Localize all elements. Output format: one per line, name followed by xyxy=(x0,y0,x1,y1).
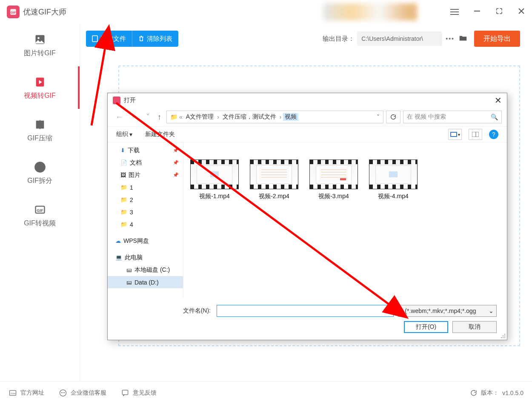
sidebar-item-gif-to-video[interactable]: GIF GIF转视频 xyxy=(0,194,80,236)
wechat-support-label: 企业微信客服 xyxy=(71,389,106,397)
chevron-down-icon[interactable]: ⌄ xyxy=(387,308,391,314)
sidebar-item-video-to-gif[interactable]: 视频转GIF xyxy=(0,66,80,109)
dialog-logo-icon xyxy=(113,97,120,104)
video-thumbnail-icon xyxy=(369,159,418,189)
compress-icon xyxy=(33,118,47,131)
tree-item-folder[interactable]: 📁3 xyxy=(108,206,183,218)
sidebar-item-gif-split[interactable]: GIF拆分 xyxy=(0,151,80,194)
tree-item-c-drive[interactable]: 🖴本地磁盘 (C:) xyxy=(108,264,183,276)
search-icon: 🔍 xyxy=(491,114,498,120)
version-value: v1.0.5.0 xyxy=(502,390,523,396)
nav-back-button[interactable]: ← xyxy=(113,113,126,122)
svg-point-16 xyxy=(60,390,66,396)
svg-text:GIF: GIF xyxy=(37,208,43,212)
organize-dropdown[interactable]: 组织▾ xyxy=(116,131,132,138)
svg-rect-22 xyxy=(472,132,479,137)
svg-point-17 xyxy=(61,392,63,393)
user-info-blur xyxy=(323,3,417,20)
nav-forward-button[interactable]: → xyxy=(128,113,141,122)
dialog-title: 打开 xyxy=(124,97,136,104)
tree-item-folder[interactable]: 📁4 xyxy=(108,218,183,230)
pin-icon: 📌 xyxy=(173,148,179,153)
svg-rect-13 xyxy=(92,36,97,42)
file-name: 视频-4.mp4 xyxy=(378,193,409,200)
sidebar-item-label: 视频转GIF xyxy=(24,91,56,100)
svg-text:GIF: GIF xyxy=(11,11,16,14)
tree-item-folder[interactable]: 📁2 xyxy=(108,193,183,206)
pin-icon: 📌 xyxy=(173,160,179,165)
minimize-button[interactable] xyxy=(473,7,481,17)
browse-ellipsis-button[interactable]: ••• xyxy=(446,35,455,42)
svg-rect-19 xyxy=(122,390,128,395)
file-name: 视频-2.mp4 xyxy=(259,193,289,200)
split-icon xyxy=(33,160,47,174)
view-mode-button[interactable]: ▾ xyxy=(448,129,462,140)
video-thumbnail-icon xyxy=(250,159,298,189)
dialog-open-button[interactable]: 打开(O) xyxy=(404,321,448,333)
sidebar-item-label: GIF拆分 xyxy=(27,176,52,185)
tree-item-documents[interactable]: 📄文档📌 xyxy=(108,156,183,169)
new-folder-button[interactable]: 新建文件夹 xyxy=(145,131,175,138)
help-button[interactable]: ? xyxy=(489,130,498,139)
chevron-down-icon[interactable]: ˅ xyxy=(377,114,380,120)
svg-rect-36 xyxy=(389,171,398,177)
tree-item-folder[interactable]: 📁1 xyxy=(108,181,183,193)
footer: .com 官方网址 企业微信客服 意见反馈 版本： v1.0.5.0 xyxy=(0,381,532,404)
file-item[interactable]: 视频-4.mp4 xyxy=(369,159,418,200)
app-title: 优速GIF大师 xyxy=(23,7,66,17)
start-export-button[interactable]: 开始导出 xyxy=(474,31,520,47)
content-toolbar: 添加文件 清除列表 输出目录： C:\Users\Administrator\ … xyxy=(86,31,520,47)
clear-list-label: 清除列表 xyxy=(147,35,172,43)
breadcrumb-part[interactable]: A文件管理 xyxy=(184,113,215,121)
preview-pane-button[interactable] xyxy=(469,129,482,140)
menu-button[interactable] xyxy=(450,9,459,15)
tree-item-downloads[interactable]: ⬇下载📌 xyxy=(108,144,183,156)
filename-input[interactable] xyxy=(217,305,394,317)
file-item[interactable]: 视频-2.mp4 xyxy=(250,159,298,200)
tree-item-pictures[interactable]: 🖼图片📌 xyxy=(108,169,183,181)
app-logo-icon: GIF xyxy=(7,6,20,18)
dialog-close-button[interactable]: ✕ xyxy=(495,95,502,105)
clear-list-button[interactable]: 清除列表 xyxy=(132,31,178,47)
tree-item-wps[interactable]: ☁WPS网盘 xyxy=(108,235,183,247)
sidebar-item-label: 图片转GIF xyxy=(24,49,56,58)
refresh-icon[interactable] xyxy=(470,389,478,397)
search-placeholder: 在 视频 中搜索 xyxy=(407,113,446,121)
dialog-cancel-button[interactable]: 取消 xyxy=(452,321,497,333)
resize-grip-icon[interactable] xyxy=(500,333,506,339)
output-dir-value[interactable]: C:\Users\Administrator\ xyxy=(357,31,442,46)
svg-rect-21 xyxy=(451,133,456,136)
breadcrumb[interactable]: 📁 « A文件管理› 文件压缩，测试文件› 视频 ˅ xyxy=(166,111,383,123)
globe-icon: .com xyxy=(9,389,17,397)
open-folder-button[interactable] xyxy=(458,34,468,44)
official-site-label: 官方网址 xyxy=(20,389,44,397)
file-type-filter[interactable]: * (*.webm;*.mkv;*.mp4;*.ogg⌄ xyxy=(398,305,497,317)
search-input[interactable]: 在 视频 中搜索 🔍 xyxy=(403,111,502,123)
svg-point-18 xyxy=(63,392,65,393)
wechat-support-link[interactable]: 企业微信客服 xyxy=(59,389,106,397)
nav-recent-dropdown[interactable]: ˅ xyxy=(143,112,152,122)
file-name: 视频-1.mp4 xyxy=(199,193,230,200)
breadcrumb-part[interactable]: 文件压缩，测试文件 xyxy=(221,113,278,121)
file-item[interactable]: 视频-3.mp4 xyxy=(309,159,358,200)
breadcrumb-part-current[interactable]: 视频 xyxy=(283,113,298,121)
add-file-button[interactable]: 添加文件 xyxy=(86,31,132,47)
file-item[interactable]: 视频-1.mp4 xyxy=(190,159,239,200)
maximize-button[interactable] xyxy=(495,7,503,17)
feedback-link[interactable]: 意见反馈 xyxy=(121,389,157,397)
tree-item-this-pc[interactable]: 💻此电脑 xyxy=(108,251,183,264)
svg-rect-39 xyxy=(504,336,505,336)
nav-up-button[interactable]: ↑ xyxy=(155,113,164,122)
close-button[interactable] xyxy=(518,7,525,17)
tree-item-d-drive[interactable]: 🖴Data (D:) xyxy=(108,276,183,288)
add-file-label: 添加文件 xyxy=(100,35,126,43)
trash-icon xyxy=(138,35,144,42)
feedback-icon xyxy=(121,389,129,397)
sidebar-item-label: GIF压缩 xyxy=(27,134,52,143)
sidebar-item-gif-compress[interactable]: GIF压缩 xyxy=(0,109,80,151)
svg-text:.com: .com xyxy=(10,392,16,395)
sidebar-item-image-to-gif[interactable]: 图片转GIF xyxy=(0,24,80,66)
official-site-link[interactable]: .com 官方网址 xyxy=(9,389,44,397)
nav-refresh-button[interactable] xyxy=(386,111,400,123)
output-dir-label: 输出目录： xyxy=(323,35,355,43)
